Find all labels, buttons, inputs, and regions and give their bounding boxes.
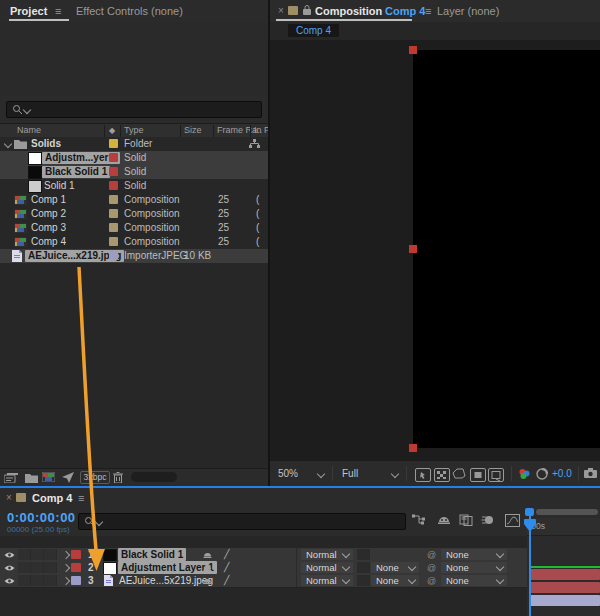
layer-name[interactable]: Adjustment Layer 1 [118, 561, 217, 574]
frame-blending-toggle-icon[interactable] [459, 514, 473, 526]
layer-name[interactable]: Black Solid 1 [118, 548, 186, 561]
channels-icon[interactable] [518, 468, 531, 480]
resolution-select[interactable]: Full [342, 468, 358, 479]
playhead-marker[interactable] [524, 519, 536, 532]
layer-video-eye-icon[interactable] [4, 564, 15, 572]
tab-timeline-comp[interactable]: Comp 4 [32, 492, 72, 504]
project-row-comp-2[interactable]: Comp 2 Composition 25 ( [0, 207, 268, 221]
layer-bar-2[interactable] [529, 582, 600, 593]
close-tab-icon[interactable]: × [6, 492, 12, 503]
work-area-start-handle[interactable] [525, 508, 534, 516]
label-column-tag-icon[interactable]: ◆ [109, 127, 117, 135]
blend-mode-select[interactable]: Normal [301, 549, 353, 560]
preserve-transparency-cell[interactable] [357, 549, 370, 560]
parent-select[interactable]: None [441, 575, 507, 586]
view-options-icon[interactable] [415, 468, 431, 482]
mini-flowchart-icon[interactable] [412, 514, 426, 526]
motion-blur-toggle-icon[interactable] [481, 514, 494, 526]
label-color-chip[interactable] [109, 181, 118, 190]
pickwhip-icon[interactable]: @ [427, 575, 436, 588]
layer-quality-icon[interactable]: ╱ [224, 574, 229, 587]
panel-menu-icon[interactable]: ≡ [55, 5, 61, 17]
layer-shy-icon[interactable] [203, 551, 212, 559]
tab-project[interactable]: Project [10, 5, 47, 17]
layer-row-1[interactable]: 1 Black Solid 1 ╱ Normal @ None [0, 548, 527, 562]
selection-handle-top-left[interactable] [409, 46, 417, 54]
snapshot-camera-icon[interactable] [584, 468, 597, 478]
layer-row-2[interactable]: 2 Adjustment Layer 1 ╱ Normal None @ Non… [0, 561, 527, 575]
label-color-chip[interactable] [109, 153, 118, 162]
label-color-chip[interactable] [109, 223, 118, 232]
item-name[interactable]: Comp 1 [31, 193, 66, 207]
exposure-icon[interactable] [536, 468, 548, 480]
project-row-black-solid[interactable]: Black Solid 1 Solid [0, 165, 268, 179]
item-name[interactable]: Solids [31, 137, 61, 151]
project-row-jpeg[interactable]: AEJuice...x219.jpeg ImporterJPEG 10 KB [0, 249, 268, 263]
layer-quality-icon[interactable]: ╱ [224, 561, 229, 574]
solo-cell[interactable] [31, 562, 44, 573]
column-type[interactable]: Type [124, 125, 144, 135]
label-color-chip[interactable] [109, 209, 118, 218]
solo-cell[interactable] [31, 549, 44, 560]
search-options-chevron-icon[interactable] [95, 518, 103, 526]
trash-icon[interactable] [113, 472, 123, 483]
audio-cell[interactable] [18, 562, 31, 573]
new-folder-icon[interactable] [25, 473, 38, 483]
audio-cell[interactable] [18, 549, 31, 560]
render-plane-icon[interactable] [62, 472, 74, 483]
interpret-footage-icon[interactable] [4, 473, 18, 483]
column-size[interactable]: Size [184, 125, 202, 135]
label-color-chip[interactable] [109, 237, 118, 246]
panel-divider[interactable] [268, 0, 270, 485]
zoom-chevron-icon[interactable] [317, 470, 325, 478]
time-ruler[interactable]: :00s [527, 518, 600, 536]
color-depth-button[interactable]: 32bpc [80, 471, 110, 484]
layer-video-eye-icon[interactable] [4, 551, 15, 559]
layer-label-color[interactable] [71, 576, 81, 585]
timeline-track-area[interactable]: :00s [527, 508, 600, 616]
layer-expander-icon[interactable] [62, 551, 70, 559]
project-row-comp-1[interactable]: Comp 1 Composition 25 ( [0, 193, 268, 207]
item-name[interactable]: Solid 1 [44, 179, 75, 193]
timeline-search-input[interactable] [78, 513, 406, 530]
lock-cell[interactable] [44, 562, 57, 573]
project-row-comp-4[interactable]: Comp 4 Composition 25 ( [0, 235, 268, 249]
label-color-chip[interactable] [109, 139, 118, 148]
label-color-chip[interactable] [109, 251, 118, 260]
current-timecode[interactable]: 0:00:00:00 [7, 510, 76, 525]
tab-layer[interactable]: Layer (none) [437, 5, 499, 17]
transparency-grid-icon[interactable] [434, 468, 450, 482]
tab-composition[interactable]: Composition [315, 5, 382, 17]
blend-mode-select[interactable]: Normal [301, 575, 353, 586]
layer-name[interactable]: AEJuice...5x219.jpeg [119, 574, 213, 587]
layer-expander-icon[interactable] [62, 564, 70, 572]
project-row-comp-3[interactable]: Comp 3 Composition 25 ( [0, 221, 268, 235]
item-name[interactable]: Comp 2 [31, 207, 66, 221]
solo-cell[interactable] [31, 575, 44, 586]
blend-mode-select[interactable]: Normal [301, 562, 353, 573]
resolution-chevron-icon[interactable] [391, 470, 399, 478]
selection-handle-mid-left[interactable] [409, 245, 417, 253]
layer-shy-icon[interactable] [203, 564, 212, 572]
column-name[interactable]: Name [17, 125, 41, 135]
project-row-solid-1[interactable]: Solid 1 Solid [0, 179, 268, 193]
project-row-solids[interactable]: Solids Folder [0, 137, 268, 151]
preserve-transparency-cell[interactable] [357, 575, 370, 586]
folder-expander-icon[interactable] [4, 140, 12, 148]
search-options-chevron-icon[interactable] [23, 106, 31, 114]
parent-select[interactable]: None [441, 562, 507, 573]
tab-composition-comp-name[interactable]: Comp 4 [385, 5, 425, 17]
layer-bar-1[interactable] [529, 569, 600, 580]
layer-video-eye-icon[interactable] [4, 577, 15, 585]
project-search-input[interactable] [6, 101, 262, 118]
layer-quality-icon[interactable]: ╱ [224, 548, 229, 561]
composition-viewer[interactable] [270, 40, 600, 460]
lock-cell[interactable] [44, 575, 57, 586]
item-name[interactable]: Comp 3 [31, 221, 66, 235]
label-color-chip[interactable] [109, 195, 118, 204]
region-of-interest-icon[interactable] [470, 468, 486, 482]
new-composition-icon[interactable] [42, 472, 55, 482]
parent-select[interactable]: None [441, 549, 507, 560]
exposure-value[interactable]: +0.0 [552, 468, 572, 479]
selection-handle-bottom-left[interactable] [409, 444, 417, 452]
